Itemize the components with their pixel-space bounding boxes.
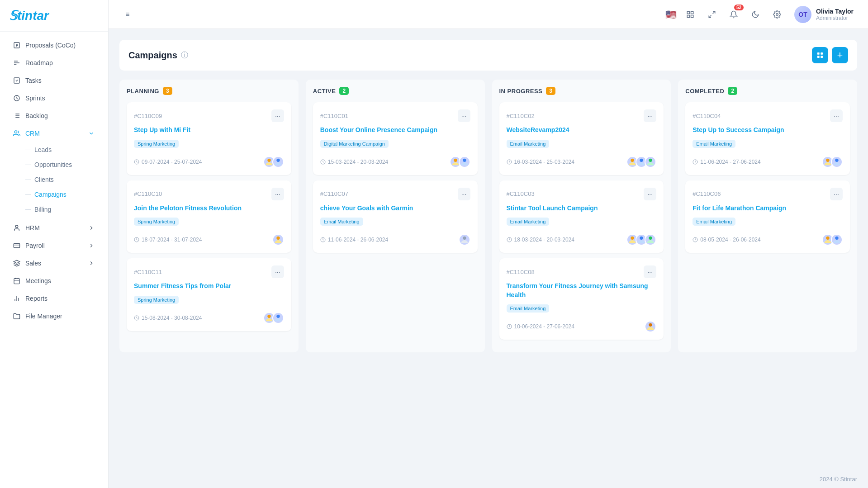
card-menu-button[interactable]: ··· (644, 188, 656, 200)
clock-icon (693, 237, 698, 242)
campaign-card[interactable]: #C110C11 ··· Summer Fitness Tips from Po… (127, 258, 291, 331)
card-menu-button[interactable]: ··· (458, 188, 470, 200)
footer: 2024 © Stintar (109, 470, 868, 488)
menu-toggle-button[interactable]: ≡ (119, 6, 136, 23)
sidebar-item-opportunities[interactable]: Opportunities (4, 157, 104, 172)
svg-rect-6 (14, 279, 19, 284)
card-header: #C110C06 ··· (693, 188, 843, 200)
svg-point-28 (463, 158, 466, 161)
info-icon[interactable]: ⓘ (181, 51, 188, 60)
settings-button[interactable] (769, 6, 785, 23)
grid-toggle-button[interactable] (812, 47, 828, 63)
campaign-card[interactable]: #C110C07 ··· chieve Your Goals with Garm… (313, 180, 478, 253)
campaign-card[interactable]: #C110C03 ··· Stintar Tool Launch Campaig… (499, 180, 664, 253)
card-title: Join the Peloton Fitness Revolution (134, 204, 284, 213)
card-menu-button[interactable]: ··· (830, 109, 843, 122)
card-avatar (645, 321, 656, 332)
card-menu-button[interactable]: ··· (830, 188, 843, 200)
svg-rect-9 (687, 15, 689, 17)
card-title: Fit for Life Marathon Campaign (693, 204, 843, 213)
grid-view-button[interactable] (682, 6, 698, 23)
dark-mode-button[interactable] (747, 6, 764, 23)
tasks-icon (13, 76, 21, 85)
sidebar-item-crm[interactable]: CRM (4, 125, 104, 142)
opportunities-label: Opportunities (34, 161, 72, 168)
grid-view-icon (816, 52, 824, 59)
card-title: WebsiteRevamp2024 (507, 126, 657, 135)
campaign-card[interactable]: #C110C09 ··· Step Up with Mi Fit Spring … (127, 102, 291, 175)
card-avatars (822, 156, 843, 168)
sidebar-item-hrm-label: HRM (25, 224, 40, 232)
billing-label: Billing (34, 206, 51, 213)
campaign-card[interactable]: #C110C08 ··· Transform Your Fitness Jour… (499, 258, 664, 340)
campaign-card[interactable]: #C110C10 ··· Join the Peloton Fitness Re… (127, 180, 291, 253)
file-icon (13, 41, 21, 49)
sidebar-item-proposals[interactable]: Proposals (CoCo) (4, 37, 104, 54)
sidebar-item-meetings[interactable]: Meetings (4, 272, 104, 289)
sidebar-item-backlog[interactable]: Backlog (4, 107, 104, 124)
footer-text: 2024 © Stintar (820, 476, 857, 483)
card-tag: Spring Marketing (134, 295, 284, 308)
card-title: chieve Your Goals with Garmin (320, 204, 470, 213)
card-header: #C110C03 ··· (507, 188, 657, 200)
col-badge: 3 (546, 87, 555, 95)
card-date-text: 10-06-2024 - 27-06-2024 (514, 323, 574, 330)
card-menu-button[interactable]: ··· (271, 109, 284, 122)
moon-icon (751, 10, 759, 19)
meetings-icon (13, 277, 21, 285)
card-date: 10-06-2024 - 27-06-2024 (507, 323, 574, 330)
campaign-card[interactable]: #C110C01 ··· Boost Your Online Presence … (313, 102, 478, 175)
campaign-card[interactable]: #C110C04 ··· Step Up to Success Campaign… (685, 102, 850, 175)
card-menu-button[interactable]: ··· (458, 109, 470, 122)
sidebar-item-sprints[interactable]: Sprints (4, 90, 104, 107)
card-id: #C110C08 (507, 269, 535, 275)
sidebar-item-clients[interactable]: Clients (4, 172, 104, 187)
sidebar-item-roadmap[interactable]: Roadmap (4, 54, 104, 71)
clock-icon (507, 159, 512, 165)
card-date-text: 15-08-2024 - 30-08-2024 (142, 315, 202, 321)
card-header: #C110C11 ··· (134, 265, 284, 278)
sidebar-item-backlog-label: Backlog (25, 112, 48, 119)
chevron-down-icon (87, 129, 95, 137)
card-date: 15-08-2024 - 30-08-2024 (134, 315, 202, 321)
sidebar-item-payroll[interactable]: Payroll (4, 237, 104, 254)
sprints-icon (13, 94, 21, 102)
clock-icon (507, 237, 512, 242)
sidebar-item-hrm[interactable]: HRM (4, 219, 104, 237)
fullscreen-button[interactable] (704, 6, 720, 23)
sidebar-item-billing[interactable]: Billing (4, 202, 104, 217)
card-menu-button[interactable]: ··· (271, 188, 284, 200)
card-id: #C110C01 (320, 113, 348, 119)
svg-line-12 (709, 15, 711, 17)
card-footer: 08-05-2024 - 26-06-2024 (693, 234, 843, 246)
roadmap-icon (13, 59, 21, 67)
header-actions: + (812, 47, 848, 63)
sidebar-item-reports[interactable]: Reports (4, 290, 104, 307)
svg-point-4 (15, 225, 18, 227)
card-avatars (450, 156, 470, 168)
clients-label: Clients (34, 176, 54, 183)
card-avatar (831, 234, 843, 246)
sidebar-item-campaigns[interactable]: Campaigns (4, 187, 104, 202)
svg-point-24 (267, 314, 270, 317)
card-avatar (272, 156, 284, 168)
sidebar-item-sales[interactable]: Sales (4, 255, 104, 272)
add-campaign-button[interactable]: + (832, 47, 848, 63)
sidebar-item-tasks[interactable]: Tasks (4, 72, 104, 89)
card-menu-button[interactable]: ··· (644, 265, 656, 278)
sidebar-item-file-manager[interactable]: File Manager (4, 308, 104, 325)
card-id: #C110C09 (134, 113, 162, 119)
campaign-card[interactable]: #C110C06 ··· Fit for Life Marathon Campa… (685, 180, 850, 253)
user-profile[interactable]: OT Olivia Taylor Administrator (791, 4, 857, 25)
card-menu-button[interactable]: ··· (644, 109, 656, 122)
card-menu-button[interactable]: ··· (271, 265, 284, 278)
card-date: 18-07-2024 - 31-07-2024 (134, 237, 202, 243)
card-tag: Email Marketing (693, 139, 843, 152)
payroll-icon (13, 242, 21, 250)
col-header: COMPLETED 2 (685, 87, 850, 95)
svg-point-27 (454, 158, 457, 161)
card-footer: 16-03-2024 - 25-03-2024 (507, 156, 657, 168)
sidebar-item-leads[interactable]: Leads (4, 142, 104, 157)
campaign-card[interactable]: #C110C02 ··· WebsiteRevamp2024 Email Mar… (499, 102, 664, 175)
svg-point-22 (276, 237, 280, 240)
